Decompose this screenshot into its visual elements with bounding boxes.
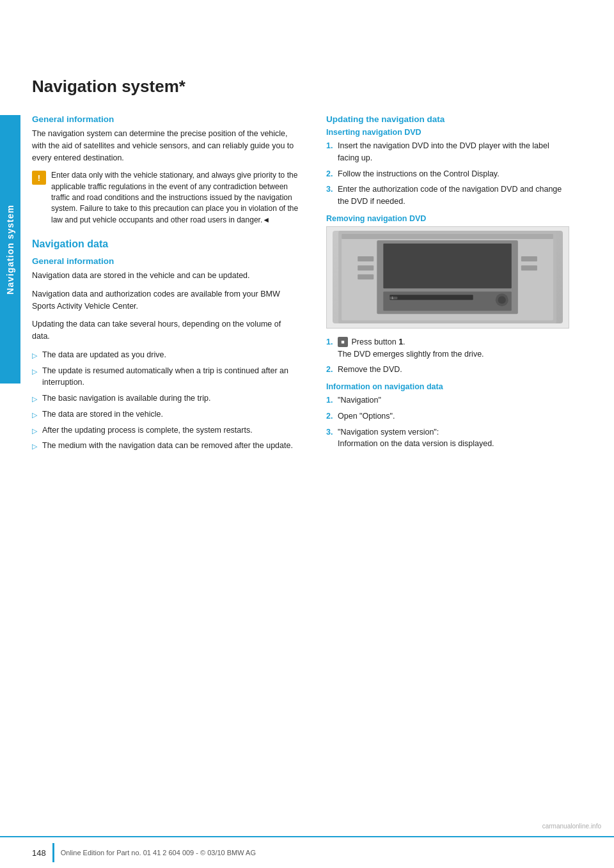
bullet-text: The update is resumed automatically when… (42, 365, 301, 389)
section-updating: Updating the navigation data Inserting n… (326, 114, 569, 450)
list-item: ▷ The data are updated as you drive. (32, 349, 301, 361)
steps-insert-list: 1. Insert the navigation DVD into the DV… (326, 140, 569, 208)
list-item: ▷ The update is resumed automatically wh… (32, 365, 301, 389)
list-item: ▷ After the updating process is complete… (32, 424, 301, 437)
svg-rect-15 (342, 234, 554, 239)
list-item: 1. ■ Press button 1.The DVD emerges slig… (326, 336, 569, 360)
step-text: "Navigation" (338, 394, 381, 407)
svg-rect-14 (521, 265, 537, 270)
step-text: Enter the authorization code of the navi… (338, 183, 569, 208)
left-column: General information The navigation syste… (32, 114, 301, 458)
car-dashboard-image: 1 (326, 226, 569, 329)
watermark: carmanualonline.info (542, 823, 601, 830)
page-footer: 148 Online Edition for Part no. 01 41 2 … (0, 836, 614, 868)
subsection-heading-info: Information on navigation data (326, 382, 569, 391)
step-number: 1. (326, 336, 335, 348)
step-text: Follow the instructions on the Control D… (338, 168, 500, 180)
subsection-heading-removing: Removing navigation DVD (326, 214, 569, 223)
nav-data-main-heading: Navigation data (32, 238, 301, 250)
svg-rect-5 (390, 295, 473, 300)
para-general-info: The navigation system can determine the … (32, 128, 301, 164)
warning-icon: ! (32, 171, 46, 185)
svg-rect-4 (384, 291, 512, 311)
section-heading-general: General information (32, 114, 301, 124)
bullet-arrow-icon: ▷ (32, 394, 38, 405)
list-item: 3. Enter the authorization code of the n… (326, 183, 569, 208)
warning-box: ! Enter data only with the vehicle stati… (32, 170, 301, 226)
steps-info-list: 1. "Navigation" 2. Open "Options". 3. "N… (326, 394, 569, 450)
bullet-arrow-icon: ▷ (32, 441, 38, 452)
list-item: 3. "Navigation system version":Informati… (326, 426, 569, 451)
step-text: Open "Options". (338, 410, 395, 422)
car-dash-inner: 1 (333, 231, 562, 323)
button-icon: ■ (338, 337, 348, 347)
step-number: 3. (326, 183, 335, 196)
svg-rect-3 (384, 244, 512, 288)
step-number: 1. (326, 394, 335, 407)
svg-rect-13 (521, 256, 537, 261)
bullet-text: The basic navigation is available during… (42, 392, 210, 405)
bullet-text: After the updating process is complete, … (42, 424, 253, 437)
list-item: ▷ The basic navigation is available duri… (32, 392, 301, 405)
main-content: Navigation system* General information T… (32, 0, 595, 509)
section-heading-general2: General information (32, 256, 301, 266)
svg-point-9 (498, 296, 506, 304)
bullet-arrow-icon: ▷ (32, 426, 38, 437)
steps-remove-list: 1. ■ Press button 1.The DVD emerges slig… (326, 336, 569, 376)
nav-data-bullet-list: ▷ The data are updated as you drive. ▷ T… (32, 349, 301, 452)
dashboard-svg: 1 (333, 231, 562, 323)
list-item: 2. Open "Options". (326, 410, 569, 422)
list-item: 1. "Navigation" (326, 394, 569, 407)
svg-rect-6 (390, 297, 398, 299)
bullet-text: The data are updated as you drive. (42, 349, 166, 361)
step-text: "Navigation system version":Information … (338, 426, 494, 451)
step-number: 3. (326, 426, 335, 438)
page-title: Navigation system* (32, 77, 595, 97)
step-text: ■ Press button 1.The DVD emerges slightl… (338, 336, 484, 360)
section-nav-data: Navigation data General information Navi… (32, 238, 301, 452)
list-item: 2. Remove the DVD. (326, 364, 569, 376)
step-number: 2. (326, 168, 335, 180)
svg-rect-10 (358, 256, 374, 261)
step-number: 1. (326, 140, 335, 152)
list-item: 1. Insert the navigation DVD into the DV… (326, 140, 569, 164)
footer-legal-text: Online Edition for Part no. 01 41 2 604 … (61, 849, 256, 856)
bullet-text: The medium with the navigation data can … (42, 440, 293, 452)
bullet-arrow-icon: ▷ (32, 350, 38, 361)
svg-text:1: 1 (392, 296, 394, 300)
step-text: Insert the navigation DVD into the DVD p… (338, 140, 569, 164)
section-general-info: General information The navigation syste… (32, 114, 301, 226)
sidebar-tab-label: Navigation system (5, 205, 15, 295)
list-item: ▷ The medium with the navigation data ca… (32, 440, 301, 452)
step-number: 2. (326, 410, 335, 422)
sidebar-tab: Navigation system (0, 115, 20, 384)
page-number: 148 (32, 848, 46, 858)
two-column-layout: General information The navigation syste… (32, 114, 595, 458)
step-text: Remove the DVD. (338, 364, 402, 376)
bullet-arrow-icon: ▷ (32, 410, 38, 421)
bullet-arrow-icon: ▷ (32, 366, 38, 377)
svg-rect-11 (358, 265, 374, 270)
section-heading-updating: Updating the navigation data (326, 114, 569, 124)
right-column: Updating the navigation data Inserting n… (326, 114, 569, 458)
para-nav-data-2: Navigation data and authorization codes … (32, 288, 301, 313)
list-item: 2. Follow the instructions on the Contro… (326, 168, 569, 180)
list-item: ▷ The data are stored in the vehicle. (32, 408, 301, 421)
bullet-text: The data are stored in the vehicle. (42, 408, 163, 421)
para-nav-data-1: Navigation data are stored in the vehicl… (32, 270, 301, 282)
step-number: 2. (326, 364, 335, 376)
warning-text: Enter data only with the vehicle station… (51, 170, 301, 226)
subsection-heading-inserting: Inserting navigation DVD (326, 128, 569, 137)
footer-bar-divider (52, 843, 54, 862)
svg-rect-12 (358, 274, 374, 279)
para-nav-data-3: Updating the data can take several hours… (32, 318, 301, 343)
